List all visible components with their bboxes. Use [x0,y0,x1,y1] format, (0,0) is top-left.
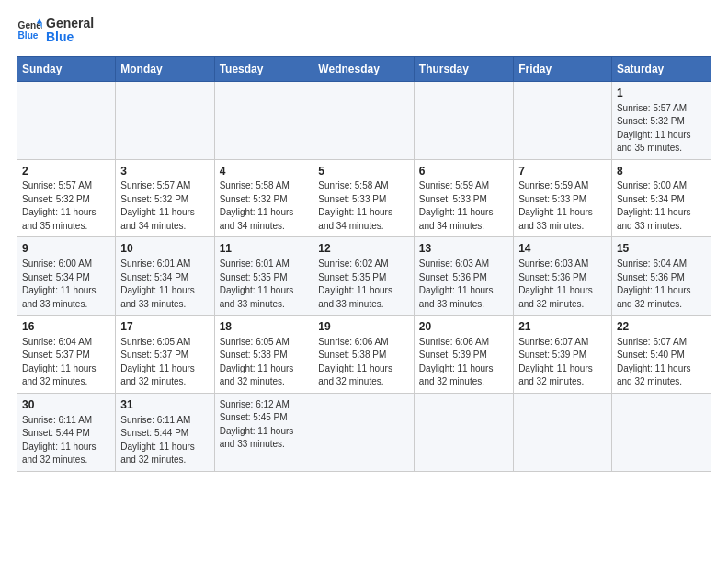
day-info: Sunrise: 5:57 AM Sunset: 5:32 PM Dayligh… [120,180,195,231]
day-number: 30 [22,397,110,413]
day-info: Sunrise: 5:57 AM Sunset: 5:32 PM Dayligh… [617,103,691,154]
logo: General Blue General Blue [17,17,94,45]
day-info: Sunrise: 6:12 AM Sunset: 5:45 PM Dayligh… [220,399,294,450]
calendar-day-13: 13Sunrise: 6:03 AM Sunset: 5:36 PM Dayli… [414,237,513,316]
empty-cell [116,81,214,159]
day-info: Sunrise: 5:58 AM Sunset: 5:32 PM Dayligh… [220,180,294,231]
calendar-day-16: 16Sunrise: 6:04 AM Sunset: 5:37 PM Dayli… [17,316,116,394]
calendar-week-2: 2Sunrise: 5:57 AM Sunset: 5:32 PM Daylig… [17,159,711,237]
day-info: Sunrise: 6:00 AM Sunset: 5:34 PM Dayligh… [22,259,97,309]
empty-cell [611,393,711,471]
day-info: Sunrise: 5:59 AM Sunset: 5:33 PM Dayligh… [419,180,494,231]
day-info: Sunrise: 6:01 AM Sunset: 5:34 PM Dayligh… [120,259,195,309]
day-number: 18 [220,319,309,335]
column-header-sunday: Sunday [17,56,116,81]
column-header-saturday: Saturday [611,56,711,81]
day-number: 15 [617,241,706,257]
day-number: 8 [617,164,706,179]
calendar-day-20: 20Sunrise: 6:06 AM Sunset: 5:39 PM Dayli… [414,316,513,394]
calendar-day-21: 21Sunrise: 6:07 AM Sunset: 5:39 PM Dayli… [514,316,612,394]
day-info: Sunrise: 5:57 AM Sunset: 5:32 PM Dayligh… [22,180,97,231]
calendar-day-2: 2Sunrise: 5:57 AM Sunset: 5:32 PM Daylig… [17,159,116,237]
empty-cell [414,393,513,471]
calendar-day-17: 17Sunrise: 6:05 AM Sunset: 5:37 PM Dayli… [116,316,214,394]
calendar-day-30: 30Sunrise: 6:11 AM Sunset: 5:44 PM Dayli… [17,393,116,471]
column-header-wednesday: Wednesday [313,56,415,81]
logo-line2: Blue [46,30,94,44]
day-number: 31 [120,397,209,413]
day-number: 20 [419,319,508,335]
calendar-day-15: 15Sunrise: 6:04 AM Sunset: 5:36 PM Dayli… [611,237,711,316]
calendar-day-5: 5Sunrise: 5:58 AM Sunset: 5:33 PM Daylig… [313,159,415,237]
calendar-day-14: 14Sunrise: 6:03 AM Sunset: 5:36 PM Dayli… [514,237,612,316]
day-info: Sunrise: 6:04 AM Sunset: 5:37 PM Dayligh… [22,337,97,387]
day-info: Sunrise: 6:03 AM Sunset: 5:36 PM Dayligh… [518,259,593,309]
calendar-day-8: 8Sunrise: 6:00 AM Sunset: 5:34 PM Daylig… [611,159,711,237]
day-number: 19 [318,319,409,335]
calendar-day-3: 3Sunrise: 5:57 AM Sunset: 5:32 PM Daylig… [116,159,214,237]
column-header-monday: Monday [116,56,214,81]
column-header-friday: Friday [514,56,612,81]
svg-text:Blue: Blue [18,31,39,41]
day-info: Sunrise: 5:59 AM Sunset: 5:33 PM Dayligh… [518,180,593,231]
day-info: Sunrise: 6:05 AM Sunset: 5:38 PM Dayligh… [220,337,294,387]
calendar-day-6: 6Sunrise: 5:59 AM Sunset: 5:33 PM Daylig… [414,159,513,237]
calendar-day-22: 22Sunrise: 6:07 AM Sunset: 5:40 PM Dayli… [611,316,711,394]
day-info: Sunrise: 6:04 AM Sunset: 5:36 PM Dayligh… [617,259,691,309]
logo-icon: General Blue [17,17,42,43]
page-header: General Blue General Blue [17,17,711,45]
day-number: 11 [220,241,309,257]
calendar-page: General Blue General Blue SundayMondayTu… [0,0,728,563]
day-number: 14 [518,241,607,257]
empty-cell [17,81,116,159]
day-info: Sunrise: 6:07 AM Sunset: 5:40 PM Dayligh… [617,337,691,387]
empty-cell [414,81,513,159]
day-number: 13 [419,241,508,257]
column-header-thursday: Thursday [414,56,513,81]
calendar-day-18: 18Sunrise: 6:05 AM Sunset: 5:38 PM Dayli… [214,316,313,394]
calendar-day-19: 19Sunrise: 6:06 AM Sunset: 5:38 PM Dayli… [313,316,415,394]
day-number: 16 [22,319,110,335]
calendar-week-6: 30Sunrise: 6:11 AM Sunset: 5:44 PM Dayli… [17,393,711,471]
day-info: Sunrise: 6:05 AM Sunset: 5:37 PM Dayligh… [120,337,195,387]
day-number: 10 [120,241,209,257]
calendar-day-12: 12Sunrise: 6:02 AM Sunset: 5:35 PM Dayli… [313,237,415,316]
empty-cell [514,81,612,159]
calendar-day-1: 1Sunrise: 5:57 AM Sunset: 5:32 PM Daylig… [611,81,711,159]
day-number: 17 [120,319,209,335]
empty-cell [313,393,415,471]
empty-cell [514,393,612,471]
day-info: Sunrise: 5:58 AM Sunset: 5:33 PM Dayligh… [318,180,392,231]
day-number: 9 [22,241,110,257]
day-info: Sunrise: 6:11 AM Sunset: 5:44 PM Dayligh… [22,415,97,465]
day-number: 7 [518,164,607,179]
day-info: Sunrise: 6:01 AM Sunset: 5:35 PM Dayligh… [220,259,294,309]
day-info: Sunrise: 6:03 AM Sunset: 5:36 PM Dayligh… [419,259,494,309]
calendar-day-10: 10Sunrise: 6:01 AM Sunset: 5:34 PM Dayli… [116,237,214,316]
day-number: 2 [22,164,110,179]
day-number: 3 [120,164,209,179]
day-number: 12 [318,241,409,257]
column-header-tuesday: Tuesday [214,56,313,81]
calendar-day-9: 9Sunrise: 6:00 AM Sunset: 5:34 PM Daylig… [17,237,116,316]
calendar-table: SundayMondayTuesdayWednesdayThursdayFrid… [17,56,711,472]
day-info: Sunrise: 6:06 AM Sunset: 5:39 PM Dayligh… [419,337,494,387]
calendar-day-7: 7Sunrise: 5:59 AM Sunset: 5:33 PM Daylig… [514,159,612,237]
day-number: 21 [518,319,607,335]
logo-line1: General [46,17,94,30]
day-number: 5 [318,164,409,179]
day-number: 4 [220,164,309,179]
day-number: 22 [617,319,706,335]
calendar-day-32: Sunrise: 6:12 AM Sunset: 5:45 PM Dayligh… [214,393,313,471]
day-info: Sunrise: 6:11 AM Sunset: 5:44 PM Dayligh… [120,415,195,465]
day-info: Sunrise: 6:00 AM Sunset: 5:34 PM Dayligh… [617,180,691,231]
day-number: 6 [419,164,508,179]
calendar-day-11: 11Sunrise: 6:01 AM Sunset: 5:35 PM Dayli… [214,237,313,316]
day-info: Sunrise: 6:02 AM Sunset: 5:35 PM Dayligh… [318,259,392,309]
day-info: Sunrise: 6:07 AM Sunset: 5:39 PM Dayligh… [518,337,593,387]
calendar-week-1: 1Sunrise: 5:57 AM Sunset: 5:32 PM Daylig… [17,81,711,159]
calendar-header-row: SundayMondayTuesdayWednesdayThursdayFrid… [17,56,711,81]
day-info: Sunrise: 6:06 AM Sunset: 5:38 PM Dayligh… [318,337,392,387]
calendar-week-4: 16Sunrise: 6:04 AM Sunset: 5:37 PM Dayli… [17,316,711,394]
empty-cell [214,81,313,159]
